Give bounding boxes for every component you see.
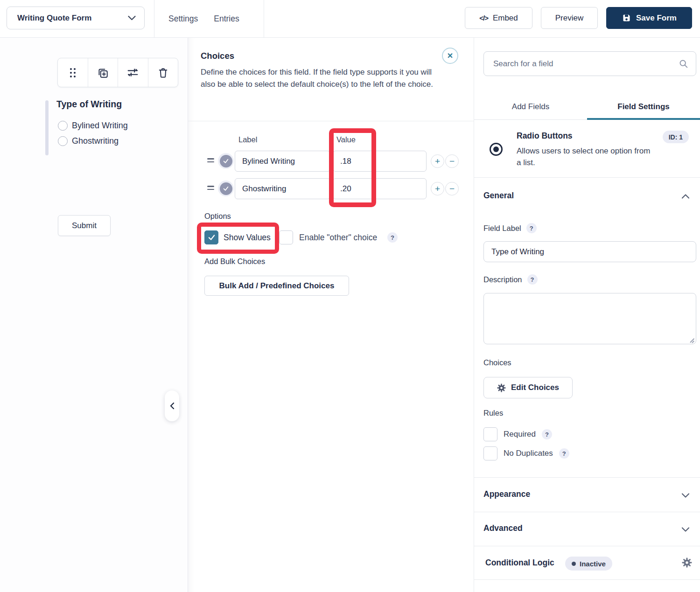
required-checkbox[interactable] <box>483 427 497 441</box>
tab-label: Add Fields <box>512 102 549 111</box>
close-glyph: ✕ <box>447 51 453 60</box>
topbar-divider <box>154 0 154 37</box>
field-search <box>483 51 696 76</box>
help-icon[interactable]: ? <box>527 274 538 285</box>
close-icon[interactable]: ✕ <box>442 48 458 64</box>
remove-choice-button[interactable]: − <box>445 182 459 195</box>
save-label: Save Form <box>636 14 677 23</box>
gear-icon <box>497 383 506 392</box>
radio-option-row[interactable]: Ghostwriting <box>58 136 119 146</box>
field-id-badge: ID: 1 <box>663 131 689 143</box>
radio-option-label: Bylined Writing <box>72 121 128 131</box>
show-values-checkbox[interactable] <box>204 230 218 244</box>
preview-button[interactable]: Preview <box>541 7 598 29</box>
inactive-status-badge: Inactive <box>565 557 612 571</box>
plus-icon: + <box>435 157 440 166</box>
search-input[interactable] <box>493 59 679 69</box>
remove-choice-button[interactable]: − <box>445 154 459 168</box>
form-name-dropdown[interactable]: Writing Quote Form <box>7 7 145 29</box>
tab-label: Field Settings <box>617 102 669 111</box>
panel-divider <box>188 121 474 121</box>
enable-other-checkbox[interactable] <box>279 230 293 244</box>
bulk-add-button[interactable]: Bulk Add / Predefined Choices <box>204 276 349 296</box>
submit-button-preview[interactable]: Submit <box>58 215 111 236</box>
help-icon[interactable]: ? <box>387 232 398 243</box>
field-label-input[interactable] <box>483 241 696 262</box>
help-icon[interactable]: ? <box>526 223 537 233</box>
inactive-label: Inactive <box>580 560 606 568</box>
edit-choices-label: Edit Choices <box>511 383 559 392</box>
chevron-down-icon <box>128 15 136 21</box>
tab-settings[interactable]: Settings <box>168 14 198 24</box>
choices-editor-panel: Choices ✕ Define the choices for this fi… <box>188 38 474 592</box>
choice-label-input[interactable] <box>235 151 330 172</box>
radio-option-row[interactable]: Bylined Writing <box>58 121 128 131</box>
sidebar-divider <box>474 579 700 580</box>
trash-icon[interactable] <box>148 58 178 87</box>
field-preview-label: Type of Writing <box>56 99 122 110</box>
check-circle-icon <box>220 182 232 195</box>
choices-row: Choices <box>483 358 511 367</box>
save-form-button[interactable]: Save Form <box>606 7 692 29</box>
field-label-row: Field Label ? <box>483 223 537 233</box>
gear-icon[interactable] <box>682 557 692 568</box>
minus-icon: − <box>449 157 455 166</box>
section-general[interactable]: General <box>483 191 514 201</box>
radio-buttons-type-icon <box>490 143 503 156</box>
default-choice-toggle[interactable] <box>218 181 234 196</box>
no-duplicates-checkbox[interactable] <box>483 446 497 460</box>
section-appearance[interactable]: Appearance <box>483 489 530 499</box>
choice-row: + − <box>188 151 474 172</box>
choice-drag-handle-icon[interactable] <box>207 158 214 162</box>
column-header-value: Value <box>336 135 356 144</box>
tab-add-fields[interactable]: Add Fields <box>474 98 587 119</box>
choice-value-input[interactable] <box>333 178 427 199</box>
choices-panel-description: Define the choices for this field. If th… <box>201 66 445 91</box>
sidebar-divider <box>474 477 700 478</box>
status-dot <box>572 562 576 566</box>
chevron-down-icon[interactable] <box>681 491 690 500</box>
add-choice-button[interactable]: + <box>431 154 444 168</box>
sliders-icon[interactable] <box>118 58 148 87</box>
description-textarea[interactable] <box>483 293 696 344</box>
tab-entries[interactable]: Entries <box>214 14 239 24</box>
topbar: Writing Quote Form Settings Entries </> … <box>0 0 700 38</box>
options-title: Options <box>204 212 231 221</box>
required-label: Required <box>504 430 536 439</box>
embed-button[interactable]: </> Embed <box>465 7 532 29</box>
minus-icon: − <box>449 184 455 193</box>
add-choice-button[interactable]: + <box>431 182 444 195</box>
no-duplicates-rule-row: No Duplicates ? <box>483 446 569 460</box>
choice-drag-handle-icon[interactable] <box>207 186 214 190</box>
bulk-choices-title: Add Bulk Choices <box>204 257 265 266</box>
duplicate-field-icon[interactable] <box>88 58 118 87</box>
selected-field-indicator <box>45 100 49 155</box>
help-icon[interactable]: ? <box>542 429 552 439</box>
search-icon <box>679 59 688 69</box>
bulk-add-label: Bulk Add / Predefined Choices <box>219 281 335 291</box>
choice-value-input[interactable] <box>333 151 427 172</box>
default-choice-toggle[interactable] <box>218 153 234 169</box>
drag-handle-icon[interactable] <box>58 58 88 87</box>
tab-field-settings[interactable]: Field Settings <box>587 98 700 119</box>
conditional-logic-label: Conditional Logic <box>485 558 554 568</box>
rules-label-text: Rules <box>483 409 503 418</box>
chevron-up-icon[interactable] <box>681 192 690 201</box>
topbar-nav: Settings Entries <box>168 0 239 37</box>
no-duplicates-label: No Duplicates <box>504 449 553 458</box>
collapse-panel-handle[interactable] <box>165 390 179 421</box>
field-toolbar <box>57 58 178 87</box>
description-label-text: Description <box>483 275 522 284</box>
choice-label-input[interactable] <box>235 178 330 199</box>
help-icon[interactable]: ? <box>559 448 569 459</box>
checkmark-icon <box>208 234 216 241</box>
plus-icon: + <box>435 184 440 193</box>
choices-label-text: Choices <box>483 358 511 367</box>
radio-button[interactable] <box>58 136 68 146</box>
section-advanced[interactable]: Advanced <box>483 523 523 533</box>
chevron-down-icon[interactable] <box>681 525 690 534</box>
conditional-logic-row: Conditional Logic Inactive <box>474 553 700 574</box>
form-name: Writing Quote Form <box>17 14 91 23</box>
edit-choices-button[interactable]: Edit Choices <box>483 377 573 398</box>
radio-button[interactable] <box>58 121 68 131</box>
